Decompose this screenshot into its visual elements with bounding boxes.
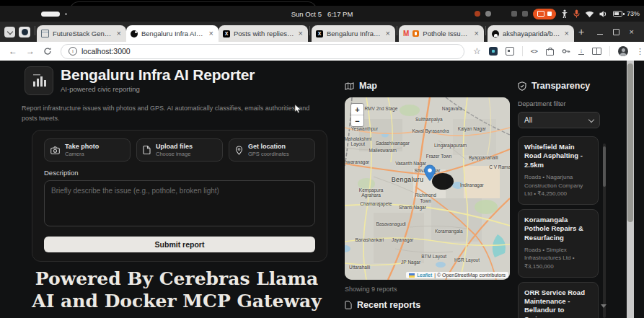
map-panel: Map [345, 81, 510, 310]
extension-icon[interactable] [489, 47, 498, 56]
tab-futurestack[interactable]: FutureStack GenAI H × [37, 25, 126, 42]
map-label: Kempapura Agrahara [356, 187, 387, 198]
extensions-menu-icon[interactable] [506, 47, 514, 56]
map-marker-pin[interactable] [423, 164, 436, 185]
osm-attribution[interactable]: | © OpenStreetMap contributors [434, 273, 506, 278]
page-description: Report infrastructure issues with photos… [22, 104, 323, 123]
action-sub: Choose image [156, 151, 193, 157]
battery-indicator[interactable]: 73% [613, 10, 640, 17]
tab-title: FutureStack GenAI H [53, 30, 113, 37]
close-tab-icon[interactable]: × [298, 30, 304, 37]
site-info-icon[interactable]: i [69, 47, 77, 56]
transparency-panel: Transparency Department filter All White… [518, 81, 604, 318]
page-content: Bengaluru Infra AI Reporter AI-powered c… [0, 61, 644, 318]
new-tab-button[interactable]: + [578, 27, 584, 37]
flag-icon [409, 273, 415, 278]
close-tab-icon[interactable]: × [208, 30, 214, 37]
page-subtitle: AI-powered civic reporting [61, 85, 255, 93]
restore-button[interactable] [613, 29, 619, 35]
zoom-in-button[interactable]: + [351, 104, 363, 115]
close-tab-icon[interactable]: × [116, 30, 122, 37]
department-filter-label: Department filter [518, 100, 604, 107]
page-scrollbar-thumb[interactable] [627, 63, 633, 222]
close-window-button[interactable]: × [630, 29, 634, 35]
map-label: Uttarahalli [349, 265, 370, 270]
tender-card[interactable]: Koramangala Pothole Repairs & Resurfacin… [518, 209, 599, 278]
recent-reports-header: Recent reports [357, 300, 420, 310]
chevron-down-icon [588, 116, 594, 122]
tab-github[interactable]: akshayaparida/beng × [488, 25, 574, 42]
map-label: Koramangala [435, 228, 463, 233]
site-favicon-icon [131, 30, 138, 37]
recorder-app-icon[interactable] [475, 11, 480, 17]
bag-extension-icon[interactable] [546, 49, 554, 56]
map-label: Malleswaram [369, 148, 397, 153]
volume-icon[interactable] [599, 10, 608, 18]
file-icon [143, 146, 151, 154]
close-tab-icon[interactable]: × [385, 30, 391, 37]
tender-card[interactable]: Whitefield Main Road Asphalting - 2.5km … [518, 136, 599, 205]
map-label: Richmond Town [410, 193, 441, 203]
browser-menu-icon[interactable]: ⋮ [636, 47, 644, 56]
scrollbar-thumb[interactable] [603, 146, 606, 187]
camera-indicator-icon[interactable] [485, 11, 491, 17]
powered-by-text: Powered By Cerebras Llama AI and Docker … [22, 268, 332, 313]
back-button[interactable]: ← [9, 46, 17, 56]
map-labels: RMV 2nd StageNagavaraSulthanpalyaKaval B… [345, 97, 510, 280]
code-extension-icon[interactable]: <> [531, 48, 538, 55]
report-form: Take photo Camera Upload files Choose im… [32, 130, 327, 262]
microphone-icon[interactable] [573, 9, 580, 18]
tender-card[interactable]: ORR Service Road Maintenance - Bellandur… [518, 282, 599, 318]
address-bar[interactable]: i localhost:3000 [61, 44, 464, 59]
minimize-button[interactable] [597, 34, 603, 35]
time-text: 6:17 PM [327, 10, 353, 18]
accessibility-icon[interactable] [561, 9, 568, 18]
date-text: Sun Oct 5 [291, 10, 322, 18]
mouse-cursor [294, 104, 302, 114]
wifi-icon[interactable] [585, 10, 594, 18]
pinned-tab[interactable] [19, 27, 30, 37]
tender-meta: Roads • Simplex Infrastructures Ltd • ₹3… [524, 246, 592, 271]
tab-search-button[interactable] [4, 27, 15, 37]
upload-files-button[interactable]: Upload files Choose image [136, 138, 223, 162]
card-list-scrollbar[interactable] [603, 143, 606, 318]
screen-recording-pill[interactable] [533, 9, 556, 19]
globe-icon [22, 29, 28, 35]
tab-x-posts[interactable]: X Posts with replies by × [219, 25, 308, 42]
department-filter-select[interactable]: All [518, 112, 600, 128]
download-icon[interactable]: ↓ [578, 48, 584, 55]
tender-title: ORR Service Road Maintenance - Bellandur… [524, 288, 592, 318]
page-scrollbar[interactable] [627, 61, 634, 318]
password-key-icon[interactable] [562, 47, 570, 56]
submit-report-button[interactable]: Submit report [44, 237, 315, 252]
map-canvas[interactable]: RMV 2nd StageNagavaraSulthanpalyaKaval B… [345, 97, 510, 280]
reload-button[interactable] [43, 47, 52, 56]
bookmark-star-icon[interactable]: ☆ [473, 46, 481, 56]
input-indicator-icon[interactable] [511, 11, 517, 17]
map-label: C V Raman Nagar [489, 164, 510, 169]
system-tray[interactable]: 73% [475, 6, 640, 22]
get-location-button[interactable]: Get location GPS coordinates [229, 138, 315, 162]
pointer-indicator-icon[interactable] [522, 11, 528, 17]
forward-button[interactable]: → [26, 46, 35, 56]
leaflet-link[interactable]: Leaflet [417, 273, 432, 278]
close-tab-icon[interactable]: × [474, 30, 480, 37]
chevron-down-icon [6, 28, 12, 34]
tab-x-bengaluru[interactable]: X Bengaluru Infra AI A × [312, 25, 395, 42]
github-favicon-icon [492, 30, 499, 37]
transparency-header: Transparency [531, 81, 590, 91]
map-label: Bengaluru [392, 176, 424, 183]
profile-avatar[interactable] [618, 46, 628, 56]
tab-gmail-pothole[interactable]: M Pothole Issue - ak × [399, 25, 484, 42]
take-photo-button[interactable]: Take photo Camera [44, 138, 131, 162]
close-tab-icon[interactable]: × [564, 30, 570, 37]
zoom-out-button[interactable]: − [351, 115, 363, 126]
tab-bengaluru-infra-active[interactable]: Bengaluru Infra AI | S × [126, 25, 219, 42]
grid-favicon-icon [41, 30, 49, 37]
map-label: Banashankari [355, 237, 384, 242]
scroll-down-arrow-icon[interactable] [601, 304, 606, 308]
description-input[interactable] [44, 180, 315, 226]
map-label: Basaveshwaranagar [345, 159, 369, 164]
url-text[interactable]: localhost:3000 [81, 47, 131, 56]
reading-list-icon[interactable] [592, 48, 601, 55]
